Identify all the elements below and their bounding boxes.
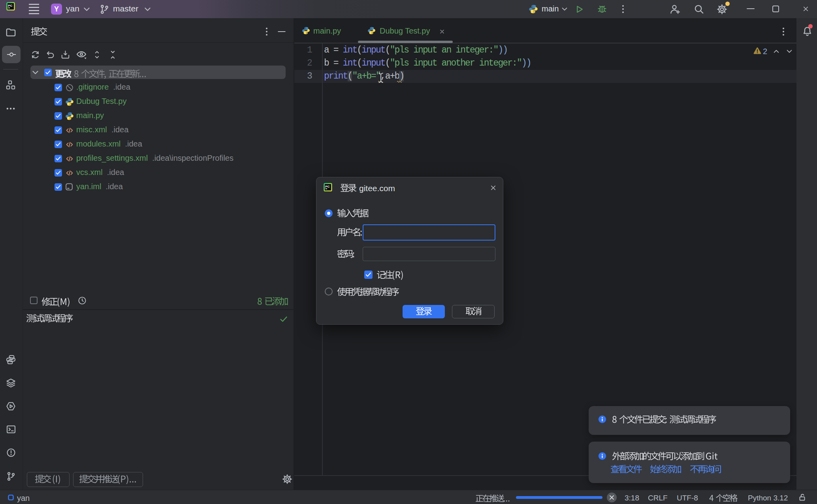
svg-text:PC: PC xyxy=(8,4,12,8)
svg-text:PC: PC xyxy=(325,185,329,188)
